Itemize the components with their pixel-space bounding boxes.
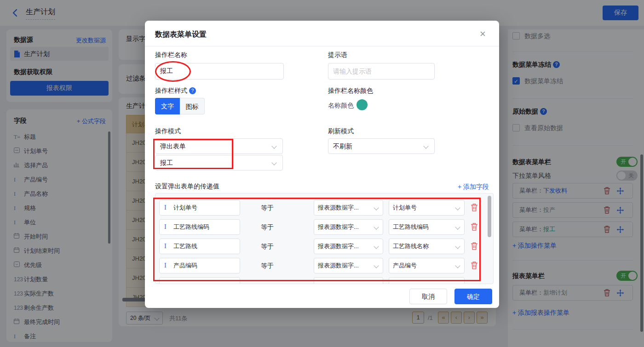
action-name-input[interactable] [155,63,284,80]
transfer-row: I计划单号 等于 报表源数据字... 计划单号 [155,200,494,216]
chevron-down-icon [374,224,379,229]
field-select[interactable]: I工艺路线编码 [159,219,240,235]
value-select[interactable]: 工艺路线名称 [389,239,465,254]
trash-icon[interactable] [471,262,478,269]
field-select[interactable]: I工艺路线 [159,239,240,254]
action-style-label: 操作栏样式? [155,87,196,95]
chevron-down-icon [455,205,460,210]
tip-input[interactable] [328,63,435,80]
refresh-mode-select[interactable]: 不刷新 [328,138,435,154]
tip-label: 提示语 [328,51,347,59]
trash-icon[interactable] [471,242,478,250]
operator-label: 等于 [258,239,276,254]
app-root: 生产计划 保存 数据源 更改数据源 生产计划 数据获取权限 报表权限 字段 + … [0,0,644,347]
source-select[interactable]: 报表源数据字... [314,219,383,235]
transfer-row: I产品编码 等于 报表源数据字... 产品编号 [155,258,494,273]
operator-label: 等于 [258,219,276,235]
refresh-mode-label: 刷新模式 [328,127,354,136]
text-icon: I [164,200,167,215]
action-name-label: 操作栏名称 [155,51,187,59]
action-style-segmented: 文字 图标 [155,98,205,114]
value-select[interactable]: 工艺路线编码 [389,219,465,235]
color-swatch[interactable] [356,99,368,110]
cancel-button[interactable]: 取消 [409,289,447,304]
source-select[interactable]: 报表源数据字... [314,239,383,254]
chevron-down-icon [423,143,428,148]
operator-label: 等于 [258,200,276,216]
chevron-down-icon [455,224,460,229]
style-text-tab[interactable]: 文字 [155,98,180,114]
transfer-values-label: 设置弹出表单的传递值 [155,182,219,191]
value-select[interactable]: 计划单号 [389,200,465,216]
chevron-down-icon [455,263,460,268]
add-field-link[interactable]: + 添加字段 [458,183,489,191]
value-select[interactable]: 产品编号 [389,258,465,273]
transfer-values-table: I计划单号 等于 报表源数据字... 计划单号 I工艺路线编码 等于 报表源数据… [155,193,494,284]
transfer-row: I工艺路线编码 等于 报表源数据字... 工艺路线编码 [155,219,494,235]
chevron-down-icon [374,263,379,268]
trash-icon[interactable] [471,204,478,211]
chevron-down-icon [374,205,379,210]
text-icon: I [164,258,167,273]
chevron-down-icon [271,143,276,148]
name-color-swatch-label: 名称颜色 [328,102,354,110]
modal-title: 数据表菜单设置 [155,30,207,40]
close-icon[interactable]: × [480,29,486,39]
transfer-row-partial [155,277,494,284]
operator-label: 等于 [258,258,276,273]
action-mode-select[interactable]: 弹出表单 [155,138,283,154]
chevron-down-icon [374,244,379,249]
text-icon: I [164,239,167,254]
source-select[interactable]: 报表源数据字... [314,258,383,273]
action-mode-label: 操作模式 [155,127,181,136]
field-select[interactable]: I计划单号 [159,200,240,216]
action-mode-form-select[interactable]: 报工 [155,155,283,171]
text-icon: I [164,220,167,234]
field-select[interactable]: I产品编码 [159,258,240,273]
name-color-label: 操作栏名称颜色 [328,87,373,95]
confirm-button[interactable]: 确定 [454,289,492,304]
transfer-scrollbar[interactable] [488,196,491,237]
transfer-row: I工艺路线 等于 报表源数据字... 工艺路线名称 [155,239,494,254]
table-menu-settings-modal: 数据表菜单设置 × 操作栏名称 提示语 操作栏样式? 文字 图标 操作栏名称颜色… [145,21,499,308]
style-icon-tab[interactable]: 图标 [180,98,205,114]
chevron-down-icon [455,244,460,249]
help-icon[interactable]: ? [189,87,196,94]
trash-icon[interactable] [471,223,478,231]
source-select[interactable]: 报表源数据字... [314,200,383,216]
chevron-down-icon [271,160,276,165]
